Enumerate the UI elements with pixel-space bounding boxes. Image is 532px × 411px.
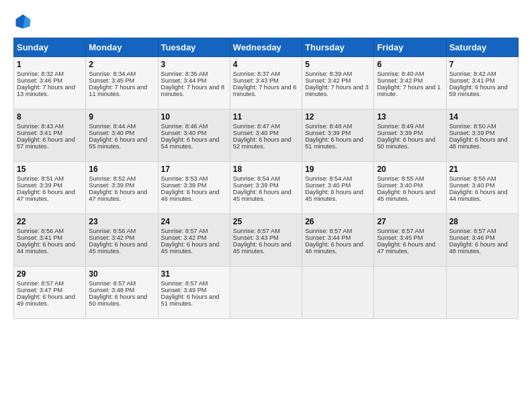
day-cell: 9Sunrise: 8:44 AMSunset: 3:40 PMDaylight… <box>86 109 158 162</box>
sunset: Sunset: 3:49 PM <box>161 287 207 293</box>
daylight: Daylight: 6 hours and 57 minutes. <box>17 136 75 150</box>
day-number: 30 <box>89 269 154 279</box>
day-number: 15 <box>17 165 83 174</box>
day-header-friday: Friday <box>374 38 446 57</box>
daylight: Daylight: 6 hours and 52 minutes. <box>233 136 292 150</box>
day-number: 2 <box>89 60 154 69</box>
daylight: Daylight: 6 hours and 45 minutes. <box>89 241 147 255</box>
calendar-header: SundayMondayTuesdayWednesdayThursdayFrid… <box>14 38 519 57</box>
sunrise: Sunrise: 8:56 AM <box>449 175 496 182</box>
sunrise: Sunrise: 8:55 AM <box>377 175 424 182</box>
week-row-2: 8Sunrise: 8:43 AMSunset: 3:41 PMDaylight… <box>14 109 519 162</box>
header <box>13 12 519 31</box>
daylight: Daylight: 7 hours and 11 minutes. <box>89 84 147 97</box>
day-cell: 15Sunrise: 8:51 AMSunset: 3:39 PMDayligh… <box>14 162 86 214</box>
sunrise: Sunrise: 8:39 AM <box>305 71 352 77</box>
day-number: 4 <box>233 60 299 69</box>
day-number: 13 <box>377 112 443 122</box>
sunset: Sunset: 3:40 PM <box>377 182 423 189</box>
sunrise: Sunrise: 8:44 AM <box>89 123 136 130</box>
sunset: Sunset: 3:42 PM <box>377 77 423 84</box>
sunset: Sunset: 3:44 PM <box>305 234 351 241</box>
sunset: Sunset: 3:39 PM <box>89 182 134 189</box>
sunset: Sunset: 3:42 PM <box>89 234 134 241</box>
sunrise: Sunrise: 8:56 AM <box>89 228 136 234</box>
daylight: Daylight: 7 hours and 1 minute. <box>377 84 441 97</box>
day-number: 28 <box>449 217 515 226</box>
daylight: Daylight: 7 hours and 6 minutes. <box>233 84 297 97</box>
sunset: Sunset: 3:40 PM <box>161 130 207 136</box>
sunrise: Sunrise: 8:48 AM <box>305 123 352 130</box>
day-cell: 26Sunrise: 8:57 AMSunset: 3:44 PMDayligh… <box>302 214 374 267</box>
sunrise: Sunrise: 8:57 AM <box>377 228 424 234</box>
sunset: Sunset: 3:46 PM <box>17 77 62 84</box>
sunset: Sunset: 3:40 PM <box>449 182 495 189</box>
day-cell: 31Sunrise: 8:57 AMSunset: 3:49 PMDayligh… <box>158 267 230 319</box>
sunset: Sunset: 3:41 PM <box>449 77 495 84</box>
sunset: Sunset: 3:41 PM <box>17 234 62 241</box>
day-header-thursday: Thursday <box>302 38 374 57</box>
daylight: Daylight: 6 hours and 47 minutes. <box>377 241 435 255</box>
day-number: 17 <box>161 165 227 174</box>
week-row-5: 29Sunrise: 8:57 AMSunset: 3:47 PMDayligh… <box>14 267 519 319</box>
sunset: Sunset: 3:39 PM <box>305 130 351 136</box>
sunrise: Sunrise: 8:40 AM <box>377 71 424 77</box>
sunset: Sunset: 3:45 PM <box>377 234 423 241</box>
day-cell: 1Sunrise: 8:32 AMSunset: 3:46 PMDaylight… <box>14 57 86 109</box>
daylight: Daylight: 6 hours and 49 minutes. <box>17 293 75 307</box>
daylight: Daylight: 6 hours and 44 minutes. <box>17 241 75 255</box>
sunrise: Sunrise: 8:43 AM <box>17 123 64 130</box>
daylight: Daylight: 6 hours and 59 minutes. <box>449 84 508 97</box>
daylight: Daylight: 6 hours and 47 minutes. <box>89 189 147 202</box>
daylight: Daylight: 6 hours and 45 minutes. <box>377 189 435 202</box>
day-number: 18 <box>233 165 299 174</box>
day-number: 16 <box>89 165 154 174</box>
sunset: Sunset: 3:40 PM <box>305 182 351 189</box>
week-row-3: 15Sunrise: 8:51 AMSunset: 3:39 PMDayligh… <box>14 162 519 214</box>
daylight: Daylight: 7 hours and 3 minutes. <box>305 84 369 97</box>
day-header-monday: Monday <box>86 38 158 57</box>
day-number: 11 <box>233 112 299 122</box>
daylight: Daylight: 7 hours and 8 minutes. <box>161 84 225 97</box>
day-cell: 7Sunrise: 8:42 AMSunset: 3:41 PMDaylight… <box>446 57 518 109</box>
sunrise: Sunrise: 8:42 AM <box>449 71 496 77</box>
daylight: Daylight: 6 hours and 47 minutes. <box>17 189 75 202</box>
day-cell: 17Sunrise: 8:53 AMSunset: 3:39 PMDayligh… <box>158 162 230 214</box>
sunset: Sunset: 3:42 PM <box>305 77 351 84</box>
day-number: 21 <box>449 165 515 174</box>
day-cell: 10Sunrise: 8:46 AMSunset: 3:40 PMDayligh… <box>158 109 230 162</box>
day-header-saturday: Saturday <box>446 38 518 57</box>
sunset: Sunset: 3:42 PM <box>161 234 207 241</box>
day-header-wednesday: Wednesday <box>230 38 302 57</box>
page: SundayMondayTuesdayWednesdayThursdayFrid… <box>0 0 532 411</box>
day-cell: 30Sunrise: 8:57 AMSunset: 3:48 PMDayligh… <box>86 267 158 319</box>
day-cell: 6Sunrise: 8:40 AMSunset: 3:42 PMDaylight… <box>374 57 446 109</box>
sunrise: Sunrise: 8:57 AM <box>89 280 136 287</box>
sunrise: Sunrise: 8:57 AM <box>449 228 496 234</box>
daylight: Daylight: 6 hours and 45 minutes. <box>161 241 220 255</box>
sunset: Sunset: 3:43 PM <box>233 234 279 241</box>
sunset: Sunset: 3:39 PM <box>17 182 62 189</box>
sunset: Sunset: 3:41 PM <box>17 130 62 136</box>
day-cell: 5Sunrise: 8:39 AMSunset: 3:42 PMDaylight… <box>302 57 374 109</box>
sunrise: Sunrise: 8:57 AM <box>233 228 280 234</box>
sunrise: Sunrise: 8:32 AM <box>17 71 64 77</box>
sunrise: Sunrise: 8:53 AM <box>161 175 208 182</box>
daylight: Daylight: 6 hours and 45 minutes. <box>233 241 292 255</box>
daylight: Daylight: 6 hours and 51 minutes. <box>161 293 220 307</box>
sunrise: Sunrise: 8:50 AM <box>449 123 496 130</box>
day-number: 19 <box>305 165 371 174</box>
sunset: Sunset: 3:43 PM <box>233 77 279 84</box>
logo <box>13 12 35 31</box>
day-cell: 20Sunrise: 8:55 AMSunset: 3:40 PMDayligh… <box>374 162 446 214</box>
sunset: Sunset: 3:40 PM <box>233 130 279 136</box>
day-header-tuesday: Tuesday <box>158 38 230 57</box>
daylight: Daylight: 6 hours and 48 minutes. <box>449 241 508 255</box>
day-cell <box>230 267 302 319</box>
day-number: 5 <box>305 60 371 69</box>
day-cell: 12Sunrise: 8:48 AMSunset: 3:39 PMDayligh… <box>302 109 374 162</box>
sunrise: Sunrise: 8:51 AM <box>17 175 64 182</box>
day-number: 31 <box>161 269 227 279</box>
sunset: Sunset: 3:45 PM <box>89 77 134 84</box>
day-cell: 13Sunrise: 8:49 AMSunset: 3:39 PMDayligh… <box>374 109 446 162</box>
